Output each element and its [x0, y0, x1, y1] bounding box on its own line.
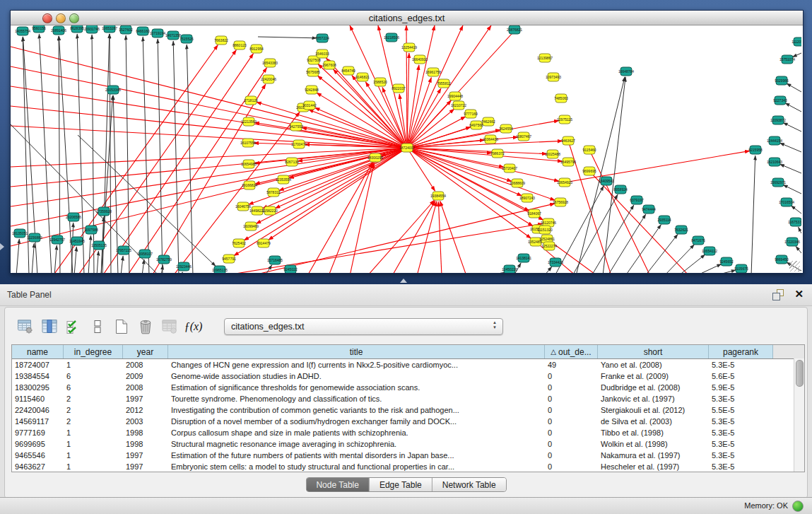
graph-node[interactable]: 9869450 — [775, 255, 789, 264]
table-selector-dropdown[interactable]: citations_edges.txt ▲▼ — [224, 318, 503, 335]
table-cell[interactable]: Genome-wide association studies in ADHD. — [168, 370, 545, 382]
graph-node[interactable]: 8912954 — [249, 45, 264, 53]
table-cell[interactable]: Nakamura et al. (1997) — [598, 450, 709, 461]
splitter-handle-icon[interactable] — [400, 279, 407, 283]
table-scrollbar[interactable] — [794, 358, 804, 472]
graph-node[interactable]: 15716485 — [267, 256, 283, 264]
column-header-short[interactable]: short — [598, 345, 709, 358]
graph-node[interactable]: 12450226 — [502, 265, 517, 273]
table-row[interactable]: 2242004622012Investigating the contribut… — [12, 404, 804, 416]
column-header-title[interactable]: title — [168, 345, 545, 358]
table-cell[interactable]: 1997 — [123, 450, 168, 461]
graph-node[interactable]: 19384554 — [430, 192, 446, 200]
graph-node[interactable]: 16543383 — [262, 59, 278, 67]
graph-node[interactable]: 9184067 — [527, 209, 541, 218]
table-cell[interactable]: 0 — [545, 393, 598, 404]
table-cell[interactable]: 49 — [545, 359, 598, 370]
graph-node[interactable]: 9031442 — [302, 101, 317, 110]
table-settings-icon[interactable] — [16, 318, 34, 336]
table-cell[interactable]: 0 — [545, 461, 598, 472]
table-scrollbar-thumb[interactable] — [796, 360, 804, 387]
graph-node[interactable]: 10688609 — [510, 179, 525, 187]
table-cell[interactable]: 5.3E-5 — [709, 393, 773, 404]
graph-node[interactable]: 20364436 — [483, 135, 498, 144]
row-check-icon[interactable] — [64, 318, 82, 336]
graph-node[interactable]: 17359928 — [96, 207, 112, 216]
graph-node[interactable]: 11582220 — [262, 206, 278, 215]
table-cell[interactable]: 14569117 — [12, 416, 64, 427]
graph-node[interactable]: 10807467 — [516, 132, 531, 141]
table-cell[interactable]: 1 — [64, 359, 123, 370]
graph-node[interactable]: 17220346 — [784, 238, 800, 246]
graph-node[interactable]: 9777169 — [464, 110, 478, 118]
table-cell[interactable]: Franke et al. (2009) — [598, 370, 709, 382]
graph-node[interactable]: 6914479 — [257, 239, 271, 247]
table-cell[interactable]: Tibbo et al. (1998) — [598, 427, 709, 438]
graph-node[interactable]: 1527602 — [119, 25, 133, 34]
graph-node[interactable]: 9146821 — [355, 73, 370, 81]
graph-node[interactable]: 16782759 — [156, 255, 172, 264]
table-cell[interactable]: 9699695 — [12, 438, 64, 450]
table-cell[interactable]: 2 — [64, 404, 123, 416]
graph-node[interactable]: 9242848 — [305, 86, 319, 94]
table-cell[interactable]: Yano et al. (2008) — [598, 359, 709, 370]
graph-node[interactable]: 10653287 — [102, 25, 117, 33]
graph-node[interactable]: 17957225 — [116, 246, 131, 255]
rows-icon[interactable] — [88, 318, 106, 336]
table-cell[interactable]: 5.3E-5 — [709, 427, 773, 438]
table-cell[interactable]: 5.3E-5 — [709, 450, 773, 461]
new-table-icon[interactable] — [112, 318, 130, 336]
column-header-year[interactable]: year — [123, 345, 168, 358]
table-row[interactable]: 946554611997Estimation of the future num… — [12, 450, 804, 461]
graph-node[interactable]: 18135051 — [12, 229, 28, 238]
column-select-icon[interactable] — [40, 318, 58, 336]
table-cell[interactable]: Estimation of the future numbers of pati… — [168, 450, 545, 461]
graph-node[interactable]: 7485063 — [554, 94, 568, 103]
table-cell[interactable]: 9463627 — [12, 461, 64, 472]
table-cell[interactable]: 5.9E-5 — [709, 382, 773, 393]
graph-node[interactable]: 18300295 — [367, 153, 383, 162]
graph-node[interactable]: 12353554 — [276, 175, 291, 184]
graph-node[interactable]: 19904448 — [447, 92, 463, 100]
graph-node[interactable]: 12942757 — [49, 235, 65, 244]
network-canvas[interactable]: 1872400718300295193845541405575495601562… — [11, 25, 801, 273]
table-row[interactable]: 911546021997Tourette syndrome. Phenomeno… — [12, 393, 804, 404]
graph-node[interactable]: 8922037 — [392, 84, 406, 93]
table-cell[interactable]: 9777169 — [12, 427, 64, 438]
graph-node[interactable]: 20876821 — [507, 25, 522, 34]
graph-node[interactable]: 15692971 — [770, 178, 786, 187]
graph-node[interactable]: 16210643 — [767, 158, 782, 166]
graph-node[interactable]: 7663822 — [214, 36, 228, 45]
graph-node[interactable]: 12522274 — [541, 242, 557, 250]
graph-node[interactable]: 19166824 — [242, 181, 257, 189]
graph-node[interactable]: 17334426 — [548, 258, 563, 267]
column-header-name[interactable]: name — [12, 345, 64, 358]
graph-node[interactable]: 20891406 — [51, 26, 66, 35]
side-splitter-arrow-icon[interactable] — [0, 243, 4, 250]
table-row[interactable]: 977716911998Corpus callosum shape and si… — [12, 427, 804, 438]
graph-node[interactable]: 16099469 — [243, 222, 259, 230]
graph-node[interactable]: 8860123 — [233, 41, 247, 49]
table-cell[interactable]: 0 — [545, 382, 598, 393]
graph-node[interactable]: 13505135 — [91, 241, 107, 250]
tab-node-table[interactable]: Node Table — [306, 478, 370, 491]
graph-node[interactable]: 10719194 — [150, 29, 165, 37]
table-cell[interactable]: 19384554 — [12, 370, 64, 382]
table-row[interactable]: 1872400712008Changes of HCN gene express… — [12, 359, 804, 370]
graph-node[interactable]: 2967608 — [322, 61, 336, 69]
delete-table-icon[interactable] — [160, 318, 178, 336]
graph-node[interactable]: 14671358 — [165, 31, 181, 40]
table-cell[interactable]: 9115460 — [12, 393, 64, 404]
graph-node[interactable]: 15751074 — [779, 55, 795, 64]
graph-node[interactable]: 7625402 — [232, 239, 246, 247]
table-cell[interactable]: Changes of HCN gene expression and I(f) … — [168, 359, 545, 370]
graph-node[interactable]: 5878312 — [266, 188, 281, 197]
graph-node[interactable]: 8267130 — [285, 158, 299, 166]
graph-node[interactable]: 8215958 — [748, 146, 763, 154]
graph-node[interactable]: 10654112 — [702, 247, 717, 255]
graph-node[interactable]: 12093872 — [770, 116, 786, 124]
graph-node[interactable]: 22420046 — [261, 75, 276, 83]
tab-edge-table[interactable]: Edge Table — [370, 478, 433, 491]
graph-node[interactable]: 9463627 — [561, 136, 575, 145]
graph-node[interactable]: 12923446 — [176, 262, 192, 271]
